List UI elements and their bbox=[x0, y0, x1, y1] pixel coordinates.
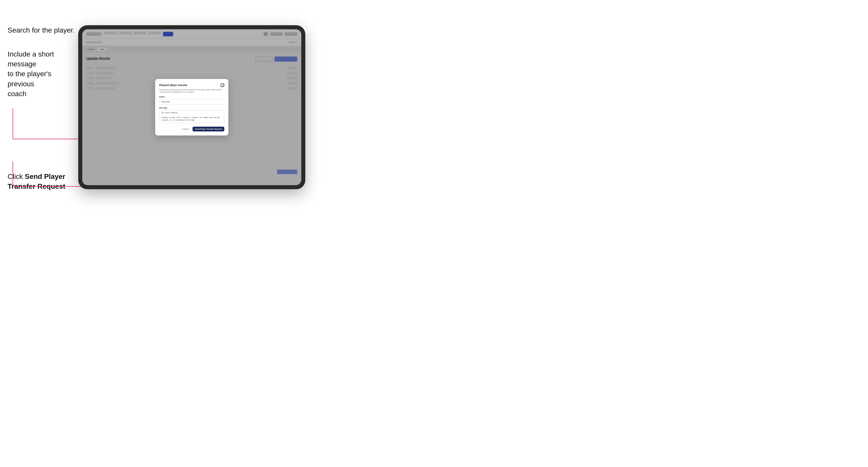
arrow-line-1 bbox=[12, 108, 13, 139]
modal-overlay: Request player transfer × If the player … bbox=[82, 29, 301, 185]
message-label: Message bbox=[159, 107, 224, 109]
player-label: Player bbox=[159, 96, 224, 98]
tablet-screen: Scoreboard (111) Contact > Roster Invite… bbox=[82, 29, 301, 185]
modal-dialog: Request player transfer × If the player … bbox=[155, 79, 228, 135]
message-textarea[interactable]: Hi Coach McHarg, Please accept this tran… bbox=[159, 110, 224, 123]
modal-description: If the player is transferring from anoth… bbox=[159, 89, 224, 93]
cancel-button[interactable]: Cancel bbox=[180, 127, 190, 131]
modal-close-button[interactable]: × bbox=[220, 83, 224, 87]
annotation-message: Include a short messageto the player's p… bbox=[7, 49, 73, 99]
modal-footer: Cancel Send Player Transfer Request bbox=[159, 127, 224, 131]
arrow-line-2-v bbox=[12, 161, 13, 187]
player-input[interactable] bbox=[159, 99, 224, 105]
send-transfer-request-button[interactable]: Send Player Transfer Request bbox=[192, 127, 224, 131]
modal-header: Request player transfer × bbox=[159, 83, 224, 87]
tablet-outer: Scoreboard (111) Contact > Roster Invite… bbox=[78, 25, 305, 189]
tablet: Scoreboard (111) Contact > Roster Invite… bbox=[78, 25, 305, 189]
modal-title: Request player transfer bbox=[159, 84, 187, 87]
annotation-click: Click Send Player Transfer Request bbox=[7, 172, 73, 191]
annotation-search: Search for the player. bbox=[7, 25, 75, 35]
